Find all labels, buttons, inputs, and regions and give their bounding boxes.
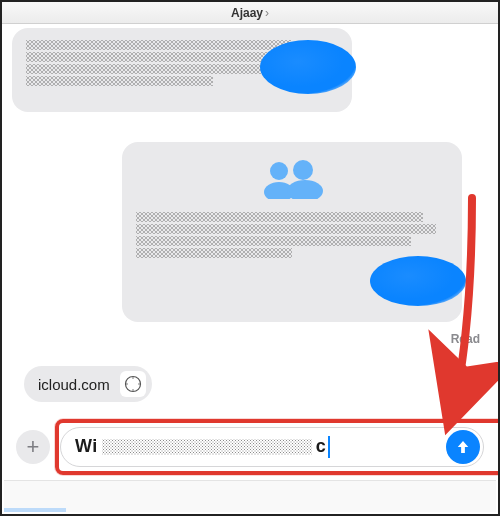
message-input[interactable]: Wic <box>60 427 484 467</box>
compose-bar: + Wic <box>2 414 498 480</box>
redaction-blob <box>260 40 356 94</box>
bottom-strip <box>4 480 496 512</box>
attach-plus-button[interactable]: + <box>16 430 50 464</box>
svg-point-3 <box>287 180 323 199</box>
contact-avatar-glyph <box>257 159 331 199</box>
svg-point-0 <box>270 162 288 180</box>
safari-compass-icon <box>120 371 146 397</box>
redacted-text <box>102 439 312 455</box>
conversation-scroll[interactable]: Read icloud.com <box>2 24 498 424</box>
svg-point-1 <box>293 160 313 180</box>
redaction-blob <box>370 256 466 306</box>
plus-icon: + <box>27 434 40 460</box>
text-caret <box>328 436 330 458</box>
chevron-right-icon: › <box>265 6 269 20</box>
link-preview-bubble[interactable]: icloud.com <box>24 366 152 402</box>
conversation-header[interactable]: Ajaay › <box>2 2 498 24</box>
link-domain: icloud.com <box>38 376 110 393</box>
contact-name: Ajaay <box>231 6 263 20</box>
arrow-up-icon <box>454 438 472 456</box>
send-button[interactable] <box>446 430 480 464</box>
message-input-text: Wic <box>75 436 443 458</box>
read-receipt: Read <box>451 332 480 346</box>
